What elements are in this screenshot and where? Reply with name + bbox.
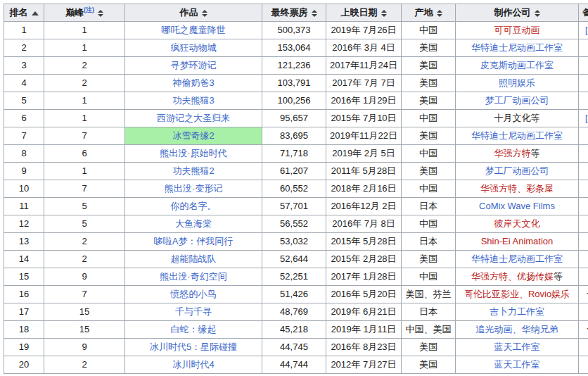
table-row: 199冰川时代5：星际碰撞44,7452016年 8月23日美国蓝天工作室 (4, 339, 588, 356)
studio-link[interactable]: 华特迪士尼动画工作室 (471, 253, 563, 264)
rank-cell: 17 (4, 303, 44, 321)
film-title-cell: 西游记之大圣归来 (125, 110, 262, 127)
rank-cell: 6 (4, 110, 44, 127)
rank-cell: 8 (4, 145, 44, 163)
film-title-link[interactable]: 白蛇：缘起 (171, 324, 217, 334)
footnote-link[interactable]: [注 1] (585, 25, 588, 35)
studio-link[interactable]: 梦工厂动画公司 (485, 165, 549, 176)
film-title-cell: 神偷奶爸3 (125, 75, 262, 92)
studio-link[interactable]: 华特迪士尼动画工作室 (471, 42, 563, 53)
film-title-link[interactable]: 冰川时代5：星际碰撞 (150, 341, 237, 352)
studio-link[interactable]: 华特迪士尼动画工作室 (471, 130, 563, 141)
column-header-title[interactable]: 作品 (125, 4, 262, 22)
film-title-link[interactable]: 熊出没·原始时代 (160, 148, 226, 158)
origin-cell: 日本 (402, 303, 456, 321)
column-header-rank[interactable]: 排名 (4, 4, 44, 22)
film-title-cell: 大鱼海棠 (125, 215, 262, 233)
film-title-link[interactable]: 大鱼海棠 (175, 218, 212, 229)
rank-cell: 19 (4, 339, 44, 356)
origin-cell: 中国 (402, 22, 456, 39)
studio-link[interactable]: 照明娱乐 (499, 77, 535, 88)
release-date-cell: 2018年 2月16日 (326, 180, 402, 198)
rank-cell: 12 (4, 215, 44, 233)
origin-cell: 中国 (402, 145, 456, 163)
studio-cell: 十月文化等 (456, 110, 579, 127)
studio-link[interactable]: 追光动画、华纳兄弟 (476, 324, 558, 334)
studio-link[interactable]: 蓝天工作室 (494, 359, 540, 370)
film-title-link[interactable]: 哆啦A梦：伴我同行 (154, 236, 234, 246)
studio-link[interactable]: CoMix Wave Films (479, 201, 555, 211)
studio-link[interactable]: 蓝天工作室 (494, 341, 540, 352)
film-title-link[interactable]: 寻梦环游记 (171, 60, 217, 70)
rank-cell: 14 (4, 251, 44, 268)
studio-link[interactable]: 华强方特、优扬传媒 (471, 271, 554, 282)
release-date-cell: 2015年 2月28日 (326, 251, 402, 268)
peak-cell: 7 (44, 180, 125, 198)
studio-text: 等 (554, 271, 563, 282)
notes-cell (579, 75, 588, 92)
studio-link[interactable]: 华强方特 (494, 148, 531, 158)
film-title-link[interactable]: 愤怒的小鸟 (171, 289, 217, 299)
triangle-down-icon (202, 14, 207, 17)
studio-cell: 追光动画、华纳兄弟 (456, 321, 579, 339)
column-header-studio[interactable]: 制作公司 (456, 4, 579, 22)
boxoffice-cell: 153,064 (262, 39, 326, 57)
studio-cell: 可可豆动画 (456, 22, 579, 39)
studio-link[interactable]: 华强方特、彩条屋 (480, 183, 554, 194)
film-title-link[interactable]: 功夫熊猫2 (172, 165, 214, 176)
boxoffice-cell: 83,695 (262, 127, 326, 145)
film-title-cell: 熊出没·原始时代 (125, 145, 262, 163)
triangle-down-icon (535, 14, 540, 17)
column-label: 作品 (180, 7, 198, 18)
film-title-link[interactable]: 冰川时代4 (172, 359, 214, 370)
footnote-link[interactable]: [注 2] (585, 113, 588, 123)
boxoffice-cell: 53,032 (262, 233, 326, 251)
film-title-link[interactable]: 熊出没·奇幻空间 (160, 271, 226, 282)
origin-cell: 美国 (402, 339, 456, 356)
film-title-link[interactable]: 西游记之大圣归来 (157, 113, 230, 123)
boxoffice-cell: 45,218 (262, 321, 326, 339)
release-date-cell: 2015年 5月28日 (326, 233, 402, 251)
studio-cell: 哥伦比亚影业、Rovio娱乐 (456, 286, 579, 303)
peak-note-link[interactable]: (注) (84, 6, 94, 13)
studio-cell: 吉卜力工作室 (456, 303, 579, 321)
studio-link[interactable]: 哥伦比亚影业、Rovio娱乐 (464, 289, 570, 299)
studio-link[interactable]: 可可豆动画 (494, 25, 540, 35)
table-row: 77冰雪奇缘283,6952019年11月22日美国华特迪士尼动画工作室 (4, 127, 588, 145)
studio-link[interactable]: 吉卜力工作室 (490, 306, 544, 317)
film-title-link[interactable]: 冰雪奇缘2 (172, 130, 214, 141)
release-date-cell: 2016年 1月29日 (326, 92, 402, 110)
film-title-link[interactable]: 超能陆战队 (171, 253, 217, 264)
table-row: 42神偷奶爸3103,7912017年 7月 7日美国照明娱乐 (4, 75, 588, 92)
boxoffice-cell: 61,207 (262, 163, 326, 180)
film-title-link[interactable]: 神偷奶爸3 (172, 77, 214, 88)
studio-link[interactable]: 梦工厂动画公司 (485, 95, 549, 106)
film-title-cell: 哪吒之魔童降世 (125, 22, 262, 39)
notes-cell (579, 57, 588, 75)
origin-cell: 美国、芬兰 (402, 286, 456, 303)
film-title-link[interactable]: 千与千寻 (175, 306, 212, 317)
column-header-peak[interactable]: 巅峰(注) (44, 4, 125, 22)
boxoffice-cell: 500,373 (262, 22, 326, 39)
film-title-link[interactable]: 疯狂动物城 (171, 42, 217, 53)
film-title-cell: 千与千寻 (125, 303, 262, 321)
peak-cell: 2 (44, 57, 125, 75)
film-title-link[interactable]: 哪吒之魔童降世 (162, 25, 226, 35)
studio-link[interactable]: Shin-Ei Animation (481, 236, 554, 246)
film-title-link[interactable]: 功夫熊猫3 (172, 95, 214, 106)
column-label: 上映日期 (341, 7, 378, 18)
sort-both-icon (535, 10, 540, 17)
peak-cell: 1 (44, 110, 125, 127)
film-title-cell: 冰川时代5：星际碰撞 (125, 339, 262, 356)
sort-both-icon (381, 10, 387, 17)
column-header-date[interactable]: 上映日期 (326, 4, 402, 22)
rank-cell: 3 (4, 57, 44, 75)
film-title-cell: 疯狂动物城 (125, 39, 262, 57)
studio-link[interactable]: 彼岸天文化 (494, 218, 540, 229)
film-title-link[interactable]: 熊出没·变形记 (165, 183, 222, 194)
column-header-notes[interactable]: 备注 (579, 4, 588, 22)
studio-link[interactable]: 皮克斯动画工作室 (480, 60, 554, 70)
column-header-origin[interactable]: 产地 (402, 4, 456, 22)
column-header-boxoffice[interactable]: 最终票房 (262, 4, 326, 22)
film-title-link[interactable]: 你的名字。 (171, 201, 217, 211)
